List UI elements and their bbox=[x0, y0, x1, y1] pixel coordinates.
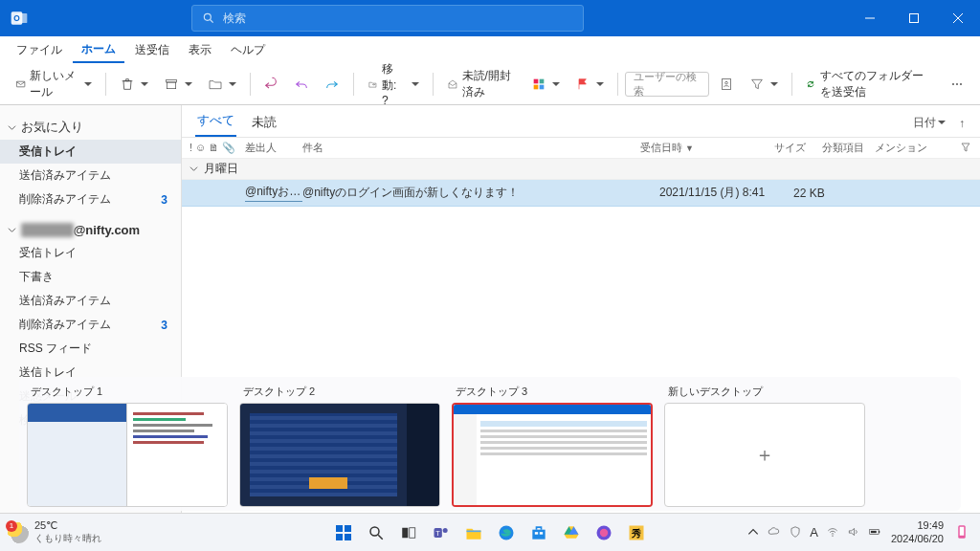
address-book-button[interactable] bbox=[713, 70, 740, 99]
sidebar-item-rss[interactable]: RSS フィード bbox=[0, 337, 181, 361]
sidebar-item-label: 下書き bbox=[19, 269, 54, 285]
start-button[interactable] bbox=[331, 520, 356, 545]
menu-view[interactable]: 表示 bbox=[180, 38, 220, 62]
close-button[interactable] bbox=[936, 0, 980, 36]
menu-help[interactable]: ヘルプ bbox=[222, 38, 274, 62]
reply-button[interactable] bbox=[288, 70, 315, 99]
search-taskbar-icon[interactable] bbox=[364, 520, 389, 545]
clock[interactable]: 19:49 2024/06/20 bbox=[891, 519, 944, 544]
separator bbox=[433, 73, 434, 96]
sidebar-item-drafts[interactable]: 下書き bbox=[0, 265, 181, 289]
volume-icon[interactable] bbox=[847, 525, 860, 540]
ribbon-toolbar: 新しいメール 移動: ? 未読/開封済み ユーザーの検索 すべてのフォルダーを送… bbox=[0, 63, 980, 105]
copilot-icon[interactable] bbox=[591, 520, 616, 545]
weather-widget[interactable]: 1 25℃ くもり時々晴れ bbox=[0, 519, 109, 545]
security-tray-icon[interactable] bbox=[789, 525, 802, 540]
folder-move-icon bbox=[208, 77, 223, 92]
minimize-button[interactable] bbox=[848, 0, 892, 36]
read-unread-button[interactable]: 未読/開封済み bbox=[441, 70, 522, 99]
message-row[interactable]: @niftyお楽... @niftyのログイン画面が新しくなります！ 2021/… bbox=[182, 180, 980, 207]
system-tray: A 19:49 2024/06/20 bbox=[746, 519, 980, 544]
sidebar-item-sent[interactable]: 送信済みアイテム bbox=[0, 164, 181, 187]
explorer-icon[interactable] bbox=[461, 520, 486, 545]
filter-button[interactable] bbox=[744, 70, 784, 99]
wifi-icon[interactable] bbox=[826, 525, 839, 540]
mail-icon bbox=[15, 77, 26, 92]
column-size[interactable]: サイズ bbox=[774, 141, 822, 155]
archive-icon bbox=[164, 77, 179, 92]
undo-button[interactable] bbox=[257, 70, 284, 99]
sidebar-item-deleted[interactable]: 削除済みアイテム3 bbox=[0, 313, 181, 337]
sidebar-item-inbox[interactable]: 受信トレイ bbox=[0, 140, 181, 164]
column-subject[interactable]: 件名 bbox=[302, 141, 640, 155]
desktop-1[interactable]: デスクトップ 1 bbox=[27, 383, 228, 507]
ime-indicator[interactable]: A bbox=[810, 525, 818, 540]
search-placeholder: 検索 bbox=[223, 11, 246, 27]
clock-time: 19:49 bbox=[891, 519, 944, 532]
sidebar-item-inbox[interactable]: 受信トレイ bbox=[0, 241, 181, 265]
tray-chevron-icon[interactable] bbox=[746, 525, 760, 540]
onedrive-icon[interactable] bbox=[768, 525, 781, 540]
categorize-button[interactable] bbox=[525, 70, 566, 99]
sidebar-item-sent[interactable]: 送信済みアイテム bbox=[0, 289, 181, 313]
title-bar: O 検索 bbox=[0, 0, 980, 36]
svg-rect-29 bbox=[402, 527, 408, 538]
tab-all[interactable]: すべて bbox=[195, 106, 236, 137]
store-icon[interactable] bbox=[526, 520, 551, 545]
forward-button[interactable] bbox=[319, 70, 345, 99]
svg-rect-30 bbox=[410, 527, 415, 538]
edge-icon[interactable] bbox=[494, 520, 519, 545]
new-mail-button[interactable]: 新しいメール bbox=[10, 70, 98, 99]
column-icons[interactable]: !☺🗎📎 bbox=[189, 142, 245, 154]
column-mention[interactable]: メンション bbox=[875, 141, 961, 155]
task-view-icon[interactable] bbox=[396, 520, 421, 545]
task-view-panel: デスクトップ 1 デスクトップ 2 デスクトップ 3 新しいデスクトップ ＋ bbox=[19, 377, 961, 511]
group-header[interactable]: 月曜日 bbox=[182, 159, 980, 180]
search-box[interactable]: 検索 bbox=[191, 5, 584, 32]
column-from[interactable]: 差出人 bbox=[245, 141, 302, 155]
favorites-header[interactable]: お気に入り bbox=[0, 115, 181, 140]
drive-icon[interactable] bbox=[559, 520, 584, 545]
desktop-label: 新しいデスクトップ bbox=[664, 383, 865, 403]
new-desktop[interactable]: 新しいデスクトップ ＋ bbox=[664, 383, 865, 507]
separator bbox=[353, 73, 354, 96]
account-header[interactable]: xxxxxxx@nifty.com bbox=[0, 219, 181, 241]
sidebar-item-label: RSS フィード bbox=[19, 341, 92, 357]
filter-icon[interactable] bbox=[961, 143, 980, 154]
battery-icon[interactable] bbox=[868, 525, 881, 540]
archive-button[interactable] bbox=[158, 70, 198, 99]
column-category[interactable]: 分類項目 bbox=[822, 141, 875, 155]
sort-by-date[interactable]: 日付 bbox=[911, 109, 947, 137]
svg-rect-11 bbox=[167, 82, 175, 89]
phone-link-icon[interactable] bbox=[953, 523, 970, 542]
flag-button[interactable] bbox=[569, 70, 610, 99]
svg-rect-9 bbox=[16, 81, 24, 87]
tab-unread[interactable]: 未読 bbox=[250, 108, 278, 137]
sendrecv-all-button[interactable]: すべてのフォルダーを送受信 bbox=[799, 70, 938, 99]
favorites-label: お気に入り bbox=[21, 119, 83, 136]
column-date[interactable]: 受信日時 ▼ bbox=[640, 141, 774, 155]
sidebar-item-deleted[interactable]: 削除済みアイテム3 bbox=[0, 187, 181, 211]
menu-file[interactable]: ファイル bbox=[8, 38, 71, 62]
svg-rect-34 bbox=[467, 530, 481, 532]
desktop-3[interactable]: デスクトップ 3 bbox=[452, 383, 653, 507]
menu-sendrecv[interactable]: 送受信 bbox=[126, 38, 178, 62]
hidemaru-icon[interactable]: 秀 bbox=[624, 520, 649, 545]
user-search-input[interactable]: ユーザーの検索 bbox=[625, 72, 708, 97]
maximize-button[interactable] bbox=[892, 0, 936, 36]
move-to-button[interactable]: 移動: ? bbox=[362, 70, 425, 99]
move-folder-button[interactable] bbox=[202, 70, 242, 99]
delete-button[interactable] bbox=[114, 70, 154, 99]
notification-badge: 1 bbox=[6, 520, 17, 532]
svg-point-43 bbox=[832, 535, 833, 536]
svg-rect-24 bbox=[345, 525, 351, 532]
desktop-label: デスクトップ 2 bbox=[239, 383, 440, 403]
teams-icon[interactable]: T bbox=[429, 520, 454, 545]
desktop-2[interactable]: デスクトップ 2 bbox=[239, 383, 440, 507]
unread-count: 3 bbox=[161, 193, 167, 207]
svg-rect-37 bbox=[535, 532, 538, 535]
sort-direction-icon[interactable]: ↑ bbox=[957, 111, 967, 136]
separator bbox=[105, 73, 106, 96]
more-button[interactable]: ⋯ bbox=[946, 70, 970, 99]
menu-home[interactable]: ホーム bbox=[73, 37, 124, 63]
